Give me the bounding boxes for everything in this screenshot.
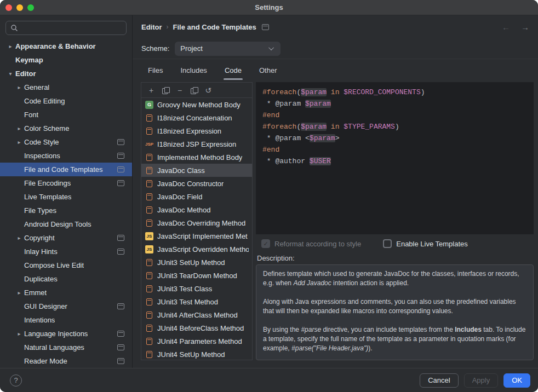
zoom-window-button[interactable] <box>27 4 34 11</box>
template-item-junit3-test-method[interactable]: JUnit3 Test Method <box>141 295 252 308</box>
template-item-junit3-teardown-method[interactable]: JUnit3 TearDown Method <box>141 269 252 282</box>
sidebar-item-compose-live-edit[interactable]: Compose Live Edit <box>0 258 132 272</box>
tab-other[interactable]: Other <box>253 62 284 80</box>
sidebar-item-inspections[interactable]: Inspections <box>0 149 132 163</box>
template-item-i18nized-expression[interactable]: I18nized Expression <box>141 124 252 137</box>
sidebar-item-editor[interactable]: ▾Editor <box>0 67 132 80</box>
sidebar-item-duplicates[interactable]: Duplicates <box>0 272 132 286</box>
sidebar-item-reader-mode[interactable]: Reader Mode <box>0 354 132 368</box>
reset-to-default-icon[interactable]: ↺ <box>202 84 215 96</box>
template-item-javascript-overridden-metho[interactable]: JSJavaScript Overridden Metho <box>141 243 252 256</box>
tab-includes[interactable]: Includes <box>174 62 213 80</box>
scheme-dropdown[interactable]: Project <box>175 42 281 56</box>
groovy-file-icon: G <box>145 101 154 109</box>
code-editor[interactable]: #foreach($param in $RECORD_COMPONENTS) *… <box>256 82 534 234</box>
duplicate-template-icon[interactable] <box>187 84 201 96</box>
breadcrumb: Editor › File and Code Templates ← → <box>133 15 538 38</box>
tab-files[interactable]: Files <box>141 62 169 80</box>
sidebar-item-label: Code Style <box>24 138 59 146</box>
template-item-junit4-beforeclass-method[interactable]: JUnit4 BeforeClass Method <box>141 321 252 335</box>
template-item-implemented-method-body[interactable]: Implemented Method Body <box>141 151 252 164</box>
template-item-junit3-setup-method[interactable]: JUnit3 SetUp Method <box>141 256 252 269</box>
chevron-right-icon[interactable]: ▸ <box>14 84 24 90</box>
sidebar-item-inlay-hints[interactable]: Inlay Hints <box>0 245 132 258</box>
sidebar-item-file-types[interactable]: File Types <box>0 204 132 217</box>
shared-settings-icon <box>262 24 269 30</box>
sidebar-item-code-style[interactable]: ▸Code Style <box>0 135 132 149</box>
help-button[interactable]: ? <box>10 374 22 387</box>
sidebar-item-appearance-behavior[interactable]: ▸Appearance & Behavior <box>0 39 132 53</box>
chevron-right-icon[interactable]: ▸ <box>14 125 24 131</box>
sidebar-item-live-templates[interactable]: Live Templates <box>0 190 132 204</box>
sidebar-item-font[interactable]: Font <box>0 108 132 122</box>
chevron-right-icon[interactable]: ▸ <box>14 290 24 296</box>
template-item-i18nized-jsp-expression[interactable]: JSPI18nized JSP Expression <box>141 137 252 151</box>
remove-template-icon[interactable]: − <box>173 84 186 96</box>
sidebar-item-label: Keymap <box>15 56 43 64</box>
chevron-right-icon[interactable]: ▸ <box>5 43 15 49</box>
sidebar-item-android-design-tools[interactable]: Android Design Tools <box>0 217 132 231</box>
back-arrow-icon[interactable]: ← <box>502 22 510 32</box>
template-file-icon <box>146 128 152 135</box>
sidebar-item-color-scheme[interactable]: ▸Color Scheme <box>0 122 132 135</box>
breadcrumb-editor[interactable]: Editor <box>141 23 162 31</box>
chevron-down-icon[interactable]: ▾ <box>5 71 15 77</box>
code-content: #foreach($param in $RECORD_COMPONENTS) *… <box>262 87 534 167</box>
template-item-i18nized-concatenation[interactable]: I18nized Concatenation <box>141 111 252 124</box>
template-item-groovy-new-method-body[interactable]: GGroovy New Method Body <box>141 98 252 111</box>
template-item-junit4-setup-method[interactable]: JUnit4 SetUp Method <box>141 348 252 360</box>
settings-tree: ▸Appearance & BehaviorKeymap▾Editor▸Gene… <box>0 39 132 368</box>
description-box[interactable]: Defines template which used to generate … <box>256 264 534 360</box>
sidebar-item-language-injections[interactable]: ▸Language Injections <box>0 327 132 341</box>
sidebar-item-file-and-code-templates[interactable]: File and Code Templates <box>0 163 132 176</box>
close-window-button[interactable] <box>5 4 12 11</box>
template-file-icon <box>145 167 154 174</box>
ok-button[interactable]: OK <box>503 373 530 388</box>
search-icon <box>10 24 18 32</box>
sidebar-item-keymap[interactable]: Keymap <box>0 53 132 67</box>
sidebar-item-natural-languages[interactable]: Natural Languages <box>0 341 132 354</box>
template-item-javascript-implemented-met[interactable]: JSJavaScript Implemented Met <box>141 229 252 243</box>
live-templates-checkbox[interactable] <box>383 239 392 248</box>
sidebar-item-emmet[interactable]: ▸Emmet <box>0 286 132 299</box>
search-input[interactable] <box>21 24 122 33</box>
code-line: * @param <$param> <box>262 132 534 144</box>
template-item-junit4-afterclass-method[interactable]: JUnit4 AfterClass Method <box>141 308 252 321</box>
sidebar-item-label: File Encodings <box>24 179 71 187</box>
sidebar-item-label: Code Editing <box>24 97 65 105</box>
settings-sidebar: ▸Appearance & BehaviorKeymap▾Editor▸Gene… <box>0 15 133 368</box>
chevron-right-icon[interactable]: ▸ <box>14 235 24 241</box>
chevron-right-icon[interactable]: ▸ <box>14 331 24 337</box>
list-toolbar: +−↺ <box>141 83 252 98</box>
settings-search-box[interactable] <box>5 21 127 35</box>
sidebar-item-copyright[interactable]: ▸Copyright <box>0 231 132 245</box>
template-item-javadoc-class[interactable]: JavaDoc Class <box>141 164 252 177</box>
template-item-javadoc-overriding-method[interactable]: JavaDoc Overriding Method <box>141 216 252 229</box>
tab-code[interactable]: Code <box>218 62 248 80</box>
template-item-label: JavaDoc Field <box>157 193 202 201</box>
sidebar-item-file-encodings[interactable]: File Encodings <box>0 176 132 190</box>
sidebar-item-general[interactable]: ▸General <box>0 80 132 94</box>
groovy-icon: G <box>145 101 153 109</box>
template-item-label: Implemented Method Body <box>157 153 242 162</box>
template-item-javadoc-method[interactable]: JavaDoc Method <box>141 203 252 216</box>
sidebar-item-code-editing[interactable]: Code Editing <box>0 94 132 108</box>
template-item-javadoc-field[interactable]: JavaDoc Field <box>141 190 252 203</box>
minimize-window-button[interactable] <box>16 4 23 11</box>
sidebar-item-gui-designer[interactable]: GUI Designer <box>0 299 132 313</box>
template-item-junit3-test-class[interactable]: JUnit3 Test Class <box>141 282 252 295</box>
template-item-junit4-parameters-method[interactable]: JUnit4 Parameters Method <box>141 335 252 348</box>
footer-bar: ? Cancel Apply OK <box>0 368 538 392</box>
template-item-label: JavaScript Implemented Met <box>157 232 248 240</box>
template-file-icon <box>145 206 154 214</box>
sidebar-item-intentions[interactable]: Intentions <box>0 313 132 327</box>
copy-template-icon[interactable] <box>159 84 172 96</box>
template-item-label: JUnit3 Test Class <box>157 285 212 293</box>
cancel-button[interactable]: Cancel <box>420 373 458 388</box>
template-item-javadoc-constructor[interactable]: JavaDoc Constructor <box>141 177 252 190</box>
sidebar-item-label: Natural Languages <box>24 343 84 351</box>
forward-arrow-icon[interactable]: → <box>521 22 529 32</box>
chevron-right-icon[interactable]: ▸ <box>14 139 24 145</box>
shared-settings-icon <box>117 180 124 186</box>
add-template-icon[interactable]: + <box>145 84 158 96</box>
